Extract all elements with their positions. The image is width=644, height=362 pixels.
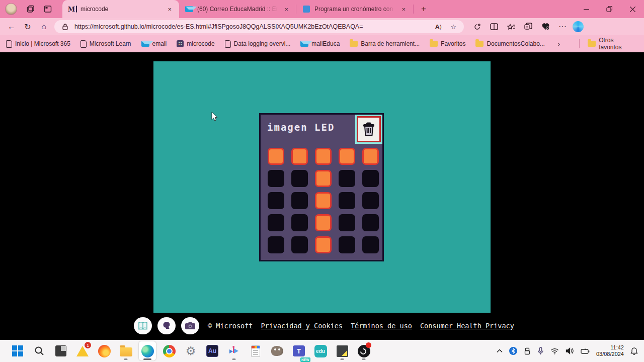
led-cell-off[interactable] xyxy=(268,192,284,209)
snip-app-button[interactable] xyxy=(52,341,69,360)
notes-app-button[interactable] xyxy=(247,341,264,360)
refresh-icon[interactable]: ↻ xyxy=(20,20,35,34)
minimize-button[interactable] xyxy=(575,0,598,18)
favorite-maileduca[interactable]: mailEduca xyxy=(300,40,340,47)
vertical-tabs-icon[interactable] xyxy=(39,2,56,17)
led-cell-off[interactable] xyxy=(339,236,355,253)
teams-button[interactable]: T NEW xyxy=(290,341,307,360)
collections-icon[interactable] xyxy=(521,20,535,34)
gimp-button[interactable] xyxy=(269,341,286,360)
taskbar-clock[interactable]: 11:42 03/08/2024 xyxy=(596,344,624,357)
start-button[interactable] xyxy=(9,341,26,360)
led-cell-off[interactable] xyxy=(291,192,308,209)
file-explorer-button[interactable] xyxy=(117,341,134,360)
screenshot-button[interactable] xyxy=(181,317,199,334)
other-favorites[interactable]: Otros favoritos xyxy=(579,37,638,51)
led-cell-off[interactable] xyxy=(339,214,355,231)
obs-button[interactable] xyxy=(355,341,372,360)
led-cell-off[interactable] xyxy=(268,170,284,187)
tab-close-icon[interactable]: × xyxy=(282,5,291,14)
browser-essentials-icon[interactable] xyxy=(538,20,552,34)
alert-app-button[interactable]: 1 xyxy=(74,341,91,360)
tray-chevron-icon[interactable] xyxy=(497,349,503,353)
favorites-icon[interactable] xyxy=(504,20,518,34)
delete-button[interactable] xyxy=(357,116,381,142)
workspaces-icon[interactable] xyxy=(22,2,39,17)
capture-app-button[interactable] xyxy=(334,341,351,360)
media-app-button[interactable] xyxy=(225,341,243,360)
favorite-label: Inicio | Microsoft 365 xyxy=(15,40,70,47)
led-cell-off[interactable] xyxy=(268,214,284,231)
voice-button[interactable] xyxy=(157,317,176,334)
edu-app-button[interactable]: edu xyxy=(312,341,329,360)
profile-avatar[interactable] xyxy=(5,3,17,15)
bluetooth-icon[interactable] xyxy=(509,347,517,355)
favorite-data-logging[interactable]: Data logging overvi... xyxy=(225,40,291,48)
favorite-barra-herramientas[interactable]: Barra de herramient... xyxy=(350,40,420,47)
privacy-link[interactable]: Privacidad y Cookies xyxy=(261,322,343,330)
settings-button[interactable]: ⚙ xyxy=(182,341,199,360)
wifi-icon[interactable] xyxy=(550,348,559,354)
consumer-health-link[interactable]: Consumer Health Privacy xyxy=(420,322,514,330)
copilot-icon[interactable] xyxy=(573,21,584,32)
search-button[interactable] xyxy=(31,341,48,360)
favorite-documentos-colabo[interactable]: DocumentosColabo... xyxy=(475,40,544,47)
audition-button[interactable]: Au xyxy=(204,341,221,360)
favorite-favoritos-folder[interactable]: Favoritos xyxy=(430,40,465,47)
favorite-star-icon[interactable]: ☆ xyxy=(448,23,459,31)
restore-button[interactable] xyxy=(598,0,621,18)
led-cell-on[interactable] xyxy=(315,236,332,253)
url-text[interactable]: https://microsoft.github.io/microcode/es… xyxy=(74,23,429,30)
favorite-inicio-microsoft-365[interactable]: Inicio | Microsoft 365 xyxy=(6,40,70,48)
favorite-microsoft-learn[interactable]: Microsoft Learn xyxy=(80,40,131,48)
battery-icon[interactable] xyxy=(581,348,590,354)
split-screen-icon[interactable] xyxy=(487,20,501,34)
tab-close-icon[interactable]: × xyxy=(165,5,174,14)
led-cell-off[interactable] xyxy=(291,236,308,253)
led-cell-on[interactable] xyxy=(268,148,284,165)
tab-close-icon[interactable]: × xyxy=(399,5,408,14)
extensions-icon[interactable] xyxy=(470,20,484,34)
new-tab-button[interactable]: + xyxy=(417,2,431,16)
address-bar[interactable]: https://microsoft.github.io/microcode/es… xyxy=(54,20,464,33)
favorite-label: mailEduca xyxy=(311,40,340,47)
led-cell-on[interactable] xyxy=(315,214,332,231)
usb-icon[interactable] xyxy=(524,347,531,355)
microphone-icon[interactable] xyxy=(537,347,544,355)
volume-icon[interactable] xyxy=(566,347,574,354)
led-cell-off[interactable] xyxy=(291,170,308,187)
led-cell-on[interactable] xyxy=(315,192,332,209)
edge-button[interactable] xyxy=(139,341,156,360)
led-cell-off[interactable] xyxy=(362,214,379,231)
favorite-microcode[interactable]: microcode xyxy=(177,40,214,47)
tab-correo-educamadrid[interactable]: (60) Correo EducaMadrid :: Entra × xyxy=(179,0,296,18)
tab-cronometro[interactable]: Programa un cronómetro con M × xyxy=(296,0,413,18)
led-cell-on[interactable] xyxy=(339,148,355,165)
led-cell-off[interactable] xyxy=(362,170,379,187)
led-cell-off[interactable] xyxy=(291,214,308,231)
led-cell-off[interactable] xyxy=(268,236,284,253)
chrome-button[interactable] xyxy=(160,341,178,360)
led-cell-on[interactable] xyxy=(291,148,308,165)
close-button[interactable] xyxy=(621,0,644,18)
favorite-label: Data logging overvi... xyxy=(234,40,291,47)
back-icon[interactable]: ← xyxy=(4,20,19,34)
led-cell-off[interactable] xyxy=(339,192,355,209)
trash-icon xyxy=(362,122,375,137)
led-cell-off[interactable] xyxy=(339,170,355,187)
led-cell-on[interactable] xyxy=(315,148,332,165)
terms-link[interactable]: Términos de uso xyxy=(351,322,412,330)
manual-button[interactable] xyxy=(134,317,152,334)
led-cell-off[interactable] xyxy=(362,236,379,253)
favorites-overflow-chevron[interactable]: › xyxy=(558,40,560,48)
favorite-email[interactable]: email xyxy=(141,40,167,47)
notification-bell-icon[interactable] xyxy=(630,347,638,355)
firefox-button[interactable] xyxy=(96,341,113,360)
home-icon[interactable]: ⌂ xyxy=(36,20,51,34)
settings-more-icon[interactable]: ··· xyxy=(555,20,570,34)
tab-microcode[interactable]: M microcode × xyxy=(62,0,179,18)
led-cell-on[interactable] xyxy=(315,170,332,187)
read-aloud-icon[interactable]: A) xyxy=(433,23,444,31)
led-cell-on[interactable] xyxy=(362,148,379,165)
led-cell-off[interactable] xyxy=(362,192,379,209)
